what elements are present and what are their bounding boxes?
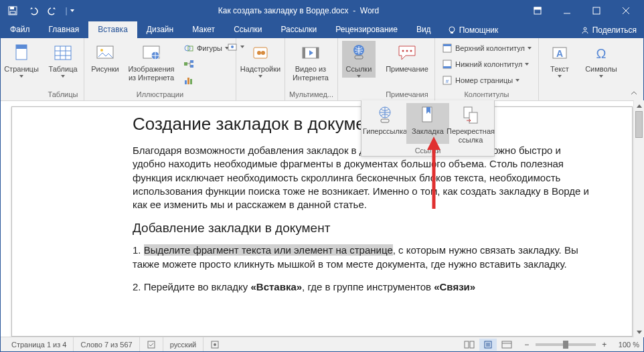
group-symbols: Ω Символы — [580, 38, 622, 100]
vertical-scrollbar[interactable] — [633, 100, 644, 337]
tab-insert[interactable]: Вставка — [88, 21, 137, 38]
chart-icon — [183, 75, 194, 86]
symbols-button[interactable]: Ω Символы — [584, 41, 618, 78]
view-read-button[interactable] — [461, 339, 478, 351]
zoom-slider-knob[interactable] — [563, 341, 568, 349]
selected-text: Выделите фрагмент текста или элемент на … — [144, 244, 393, 256]
pages-button[interactable]: Страницы — [5, 41, 38, 78]
online-pictures-button[interactable]: Изображения из Интернета — [125, 41, 178, 82]
svg-point-20 — [100, 49, 103, 52]
svg-rect-6 — [593, 7, 600, 14]
cross-reference-button[interactable]: Перекрестная ссылка — [449, 103, 492, 144]
link-icon — [348, 42, 370, 64]
status-language[interactable]: русский — [163, 337, 204, 351]
save-button[interactable] — [3, 2, 22, 19]
bookmark-button[interactable]: Закладка — [406, 103, 449, 144]
omega-icon: Ω — [590, 42, 612, 64]
chevron-down-icon — [240, 46, 244, 48]
globe-link-icon — [374, 104, 396, 126]
tab-mailings[interactable]: Рассылки — [271, 21, 326, 38]
app-name: Word — [360, 6, 379, 15]
zoom-out-button[interactable]: − — [522, 340, 532, 349]
svg-rect-1 — [10, 7, 14, 9]
page-icon — [11, 42, 32, 64]
chart-button[interactable] — [181, 73, 232, 88]
comment-button[interactable]: Примечание — [384, 41, 430, 74]
page-number-button[interactable]: # Номер страницы — [439, 73, 534, 88]
links-dropdown-menu: Гиперссылка Закладка Перекрестная ссылка… — [361, 100, 495, 157]
close-button[interactable] — [611, 1, 641, 20]
svg-point-11 — [584, 27, 586, 30]
titlebar: | Как создать закладку в Ворде.docx - Wo… — [1, 1, 643, 21]
hyperlink-button[interactable]: Гиперссылка — [364, 103, 406, 144]
header-button[interactable]: Верхний колонтитул — [439, 41, 534, 56]
document-page[interactable]: Создание закладок в документе Благодаря … — [11, 106, 633, 337]
status-macro[interactable] — [204, 337, 226, 351]
smartart-button[interactable] — [181, 57, 232, 72]
chevron-down-icon — [599, 75, 603, 78]
view-print-button[interactable] — [479, 339, 497, 351]
online-video-button[interactable]: Видео из Интернета — [289, 41, 332, 82]
svg-rect-57 — [469, 112, 477, 123]
scroll-up-button[interactable] — [634, 100, 644, 111]
status-page[interactable]: Страница 1 из 4 — [5, 337, 74, 351]
svg-point-35 — [261, 51, 265, 55]
chevron-down-icon — [525, 63, 529, 66]
chevron-down-icon — [515, 79, 519, 82]
group-media: Видео из Интернета Мультимед... — [285, 38, 338, 100]
scrollbar-thumb[interactable] — [635, 111, 643, 138]
svg-rect-4 — [534, 7, 541, 9]
status-words[interactable]: Слово 7 из 567 — [74, 337, 139, 351]
chevron-down-icon — [357, 75, 361, 78]
screenshot-icon — [227, 41, 238, 52]
text-button[interactable]: A Текст — [543, 41, 576, 78]
minimize-button[interactable] — [552, 1, 582, 20]
chevron-up-icon — [637, 104, 642, 108]
scroll-down-button[interactable] — [634, 327, 644, 337]
screenshot-button[interactable] — [224, 39, 247, 54]
header-icon — [442, 43, 453, 54]
comment-icon — [396, 42, 418, 64]
svg-point-43 — [410, 50, 412, 52]
view-web-button[interactable] — [498, 339, 515, 351]
pictures-button[interactable]: Рисунки — [88, 41, 122, 74]
group-comments: Примечание Примечания — [380, 38, 435, 100]
share-button[interactable]: Поделиться — [574, 22, 643, 38]
zoom-slider[interactable] — [536, 343, 596, 346]
collapse-ribbon-button[interactable] — [630, 88, 638, 99]
bookmark-icon — [417, 104, 438, 126]
tab-review[interactable]: Рецензирование — [326, 21, 407, 38]
tab-layout[interactable]: Макет — [183, 21, 224, 38]
ribbon-display-button[interactable] — [523, 1, 552, 20]
crossref-icon — [460, 104, 481, 126]
print-layout-icon — [483, 341, 493, 349]
links-dropdown-button[interactable]: Ссылки — [342, 41, 376, 78]
table-button[interactable]: Таблица — [46, 41, 80, 78]
tab-view[interactable]: Вид — [407, 21, 440, 38]
app-window: | Как создать закладку в Ворде.docx - Wo… — [0, 0, 644, 352]
status-proofing[interactable] — [140, 337, 163, 351]
chevron-down-icon — [258, 75, 262, 78]
tab-references[interactable]: Ссылки — [224, 21, 271, 38]
online-picture-icon — [141, 42, 162, 64]
undo-button[interactable] — [23, 2, 42, 19]
maximize-button[interactable] — [582, 1, 611, 20]
view-buttons — [461, 339, 515, 351]
header-footer-buttons: Верхний колонтитул Нижний колонтитул # Н… — [439, 41, 534, 88]
svg-point-32 — [231, 46, 234, 48]
list-item-1: 1. Выделите фрагмент текста или элемент … — [133, 244, 592, 271]
tab-home[interactable]: Главная — [39, 21, 89, 38]
svg-rect-29 — [187, 78, 189, 84]
links-popup-group-label: Ссылки — [363, 144, 493, 155]
zoom-in-button[interactable]: + — [600, 340, 609, 349]
svg-point-34 — [257, 51, 261, 55]
footer-button[interactable]: Нижний колонтитул — [439, 57, 534, 72]
zoom-value[interactable]: 100 % — [619, 341, 639, 349]
tell-me[interactable]: Помощник — [440, 22, 505, 38]
svg-rect-40 — [355, 56, 363, 59]
redo-button[interactable] — [44, 2, 62, 19]
picture-icon — [94, 42, 116, 64]
tab-design[interactable]: Дизайн — [137, 21, 183, 38]
illustrations-small-buttons: Фигуры — [181, 41, 232, 88]
tab-file[interactable]: Файл — [1, 21, 39, 38]
